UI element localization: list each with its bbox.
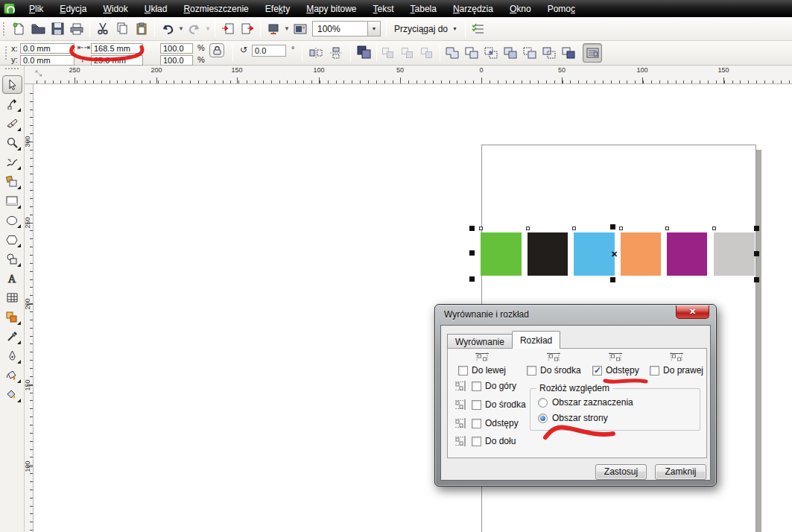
welcome-screen-button[interactable] — [291, 19, 310, 39]
undo-button[interactable] — [158, 19, 177, 39]
zoom-tool[interactable] — [2, 133, 22, 152]
options-button[interactable] — [469, 19, 488, 39]
zoom-level-combobox[interactable]: 100% ▼ — [312, 21, 381, 37]
menu-narzędzia[interactable]: Narzędzia — [445, 1, 501, 16]
selection-handle[interactable] — [754, 277, 759, 282]
print-button[interactable] — [67, 19, 86, 39]
selection-handle[interactable] — [469, 276, 475, 282]
checkbox[interactable] — [472, 419, 481, 428]
checkbox[interactable] — [472, 400, 481, 410]
propbar-grip[interactable] — [4, 45, 8, 60]
smart-fill-tool[interactable] — [2, 172, 22, 191]
outline-pen-tool[interactable] — [2, 346, 22, 365]
mirror-horizontal-button[interactable] — [308, 45, 324, 61]
node-marker[interactable] — [479, 227, 483, 230]
interactive-fill-tool[interactable] — [2, 385, 22, 404]
checkbox[interactable] — [527, 366, 536, 376]
save-button[interactable] — [48, 19, 67, 39]
node-marker[interactable] — [619, 227, 623, 230]
menu-tabela[interactable]: Tabela — [402, 1, 445, 16]
basic-shapes-tool[interactable] — [2, 250, 22, 268]
menu-efekty[interactable]: Efekty — [257, 1, 298, 16]
pick-tool[interactable] — [2, 75, 22, 94]
rectangle-tool[interactable] — [2, 191, 22, 210]
menu-rozmieszczenie[interactable]: Rozmieszczenie — [175, 1, 256, 16]
open-button[interactable] — [28, 19, 48, 39]
object-width-field[interactable] — [91, 43, 143, 54]
menu-układ[interactable]: Układ — [136, 1, 176, 16]
rotation-angle-field[interactable] — [252, 45, 286, 57]
crop-tool[interactable] — [2, 114, 22, 133]
polygon-tool[interactable] — [2, 230, 22, 249]
eyedropper-tool[interactable] — [2, 327, 22, 346]
lock-ratio-button[interactable] — [209, 43, 224, 57]
checkbox[interactable] — [650, 366, 659, 376]
checkbox[interactable] — [472, 437, 481, 446]
apply-button[interactable]: Zastosuj — [595, 464, 647, 480]
menu-pomoc[interactable]: Pomoc — [539, 1, 583, 16]
snap-to-dropdown[interactable]: Przyciągaj do ▼ — [390, 24, 462, 34]
menu-tekst[interactable]: Tekst — [365, 1, 402, 16]
selection-handle[interactable] — [610, 277, 615, 282]
selection-handle[interactable] — [469, 226, 475, 231]
shape-tool[interactable] — [2, 95, 22, 113]
horizontal-ruler[interactable]: 25020015010050050100150 — [25, 66, 792, 84]
tab-rozkład[interactable]: Rozkład — [512, 331, 560, 349]
selection-handle[interactable] — [754, 226, 759, 231]
scale-x-field[interactable] — [160, 43, 193, 54]
close-button[interactable]: Zamknij — [655, 464, 706, 480]
table-tool[interactable] — [2, 288, 22, 307]
weld-button[interactable] — [444, 45, 460, 61]
redo-button[interactable] — [185, 19, 204, 39]
blue-square[interactable] — [574, 232, 615, 276]
zoom-dropdown-arrow[interactable]: ▼ — [367, 22, 380, 36]
toolbox-grip[interactable] — [5, 68, 19, 72]
application-launcher-button[interactable] — [264, 19, 283, 39]
green-square[interactable] — [481, 232, 522, 276]
cut-button[interactable] — [93, 19, 113, 39]
menu-plik[interactable]: Plik — [21, 1, 51, 16]
selection-handle[interactable] — [754, 251, 759, 256]
scale-y-field[interactable] — [160, 55, 193, 66]
create-boundary-button[interactable] — [560, 45, 577, 61]
checkbox[interactable] — [592, 366, 602, 376]
wrap-text-toggle[interactable] — [583, 43, 602, 63]
toolbar-grip[interactable] — [2, 22, 6, 37]
object-y-position-field[interactable] — [20, 55, 75, 66]
selection-center-mark[interactable]: ✕ — [611, 250, 618, 259]
combine-button[interactable] — [355, 44, 372, 60]
export-button[interactable] — [238, 19, 257, 39]
trim-button[interactable] — [463, 45, 480, 61]
dialog-close-button[interactable]: ✕ — [676, 305, 709, 319]
ungroup-button[interactable] — [399, 45, 416, 61]
new-document-button[interactable] — [9, 19, 28, 39]
vertical-ruler[interactable]: 300250200150100 — [25, 84, 34, 532]
paste-button[interactable] — [132, 19, 151, 39]
mirror-vertical-button[interactable] — [328, 45, 344, 61]
selection-handle[interactable] — [469, 250, 475, 256]
redo-dropdown-arrow[interactable]: ▼ — [204, 19, 212, 39]
object-height-field[interactable] — [91, 55, 143, 66]
text-tool[interactable]: A — [2, 269, 22, 288]
intersect-button[interactable] — [483, 45, 499, 61]
simplify-button[interactable] — [502, 45, 519, 61]
menu-edycja[interactable]: Edycja — [51, 1, 95, 16]
checkbox[interactable] — [458, 366, 468, 376]
node-marker[interactable] — [665, 227, 669, 230]
radio-button[interactable] — [538, 398, 548, 408]
radio-button[interactable] — [538, 414, 548, 423]
node-marker[interactable] — [572, 227, 576, 230]
ellipse-tool[interactable] — [2, 211, 22, 229]
gray-square[interactable] — [714, 232, 755, 276]
freehand-tool[interactable] — [2, 153, 22, 171]
copy-button[interactable] — [113, 19, 132, 39]
menu-mapy-bitowe[interactable]: Mapy bitowe — [298, 1, 364, 16]
node-marker[interactable] — [712, 227, 716, 230]
object-x-position-field[interactable] — [20, 43, 75, 54]
front-minus-back-button[interactable] — [522, 45, 538, 61]
fill-tool[interactable] — [2, 366, 22, 384]
parallel-dimension-tool[interactable] — [2, 308, 22, 326]
orange-square[interactable] — [621, 232, 661, 276]
magenta-square[interactable] — [667, 232, 707, 276]
node-marker[interactable] — [526, 227, 530, 230]
